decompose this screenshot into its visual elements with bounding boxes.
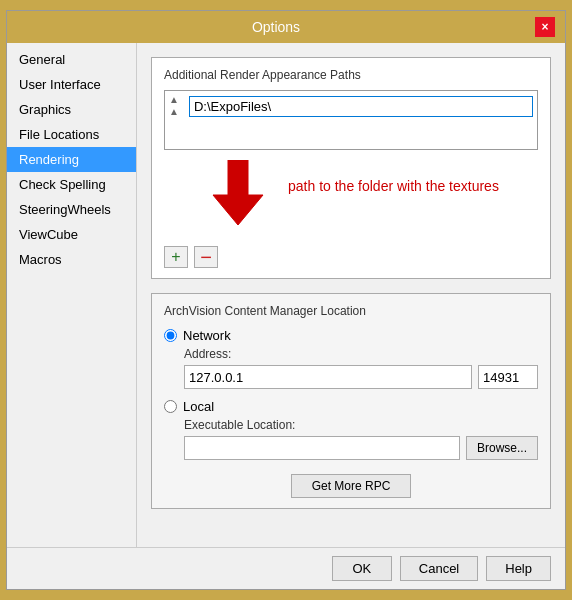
svg-marker-1 bbox=[213, 160, 263, 225]
paths-area: ▲ ▲ bbox=[164, 90, 538, 268]
executable-label: Executable Location: bbox=[184, 418, 538, 432]
ok-button[interactable]: OK bbox=[332, 556, 392, 581]
exec-row: Browse... bbox=[184, 436, 538, 460]
dialog-footer: OK Cancel Help bbox=[7, 547, 565, 589]
local-sub-content: Executable Location: Browse... bbox=[184, 418, 538, 460]
path-down-icon[interactable]: ▲ bbox=[169, 107, 179, 117]
render-paths-title: Additional Render Appearance Paths bbox=[164, 68, 538, 82]
network-label: Network bbox=[183, 328, 231, 343]
network-radio[interactable] bbox=[164, 329, 177, 342]
local-radio[interactable] bbox=[164, 400, 177, 413]
get-more-rpc-button[interactable]: Get More RPC bbox=[291, 474, 412, 498]
sidebar-item-user-interface[interactable]: User Interface bbox=[7, 72, 136, 97]
main-content: Additional Render Appearance Paths ▲ ▲ bbox=[137, 43, 565, 547]
dialog-window: Options × General User Interface Graphic… bbox=[6, 10, 566, 590]
annotation-container: path to the folder with the textures bbox=[164, 160, 538, 240]
local-radio-row: Local bbox=[164, 399, 538, 414]
path-entry: ▲ ▲ bbox=[169, 95, 533, 117]
sidebar-item-general[interactable]: General bbox=[7, 47, 136, 72]
path-input[interactable] bbox=[189, 96, 533, 117]
dialog-title: Options bbox=[17, 19, 535, 35]
path-up-icon[interactable]: ▲ bbox=[169, 95, 179, 105]
annotation-arrow-icon bbox=[208, 160, 268, 230]
paths-controls: + − bbox=[164, 246, 538, 268]
sidebar: General User Interface Graphics File Loc… bbox=[7, 43, 137, 547]
title-bar: Options × bbox=[7, 11, 565, 43]
sidebar-item-file-locations[interactable]: File Locations bbox=[7, 122, 136, 147]
address-label: Address: bbox=[184, 347, 538, 361]
executable-input[interactable] bbox=[184, 436, 460, 460]
address-input[interactable] bbox=[184, 365, 472, 389]
network-sub-content: Address: bbox=[184, 347, 538, 389]
local-label: Local bbox=[183, 399, 214, 414]
add-path-button[interactable]: + bbox=[164, 246, 188, 268]
dialog-body: General User Interface Graphics File Loc… bbox=[7, 43, 565, 547]
address-row bbox=[184, 365, 538, 389]
paths-list: ▲ ▲ bbox=[164, 90, 538, 150]
sidebar-item-steeringwheels[interactable]: SteeringWheels bbox=[7, 197, 136, 222]
browse-button[interactable]: Browse... bbox=[466, 436, 538, 460]
sidebar-item-check-spelling[interactable]: Check Spelling bbox=[7, 172, 136, 197]
radio-group: Network Address: bbox=[164, 328, 538, 460]
archvision-title: ArchVision Content Manager Location bbox=[164, 304, 538, 318]
sidebar-item-rendering[interactable]: Rendering bbox=[7, 147, 136, 172]
network-option-group: Network Address: bbox=[164, 328, 538, 389]
port-input[interactable] bbox=[478, 365, 538, 389]
sidebar-item-graphics[interactable]: Graphics bbox=[7, 97, 136, 122]
annotation-text: path to the folder with the textures bbox=[288, 178, 499, 194]
help-button[interactable]: Help bbox=[486, 556, 551, 581]
network-radio-row: Network bbox=[164, 328, 538, 343]
local-option-group: Local Executable Location: Browse... bbox=[164, 399, 538, 460]
arrow-group bbox=[208, 160, 268, 230]
cancel-button[interactable]: Cancel bbox=[400, 556, 478, 581]
archvision-section: ArchVision Content Manager Location Netw… bbox=[151, 293, 551, 509]
remove-path-button[interactable]: − bbox=[194, 246, 218, 268]
sidebar-item-viewcube[interactable]: ViewCube bbox=[7, 222, 136, 247]
annotation-text-container: path to the folder with the textures bbox=[280, 168, 499, 194]
render-paths-section: Additional Render Appearance Paths ▲ ▲ bbox=[151, 57, 551, 279]
path-reorder-controls: ▲ ▲ bbox=[169, 95, 179, 117]
close-button[interactable]: × bbox=[535, 17, 555, 37]
sidebar-item-macros[interactable]: Macros bbox=[7, 247, 136, 272]
